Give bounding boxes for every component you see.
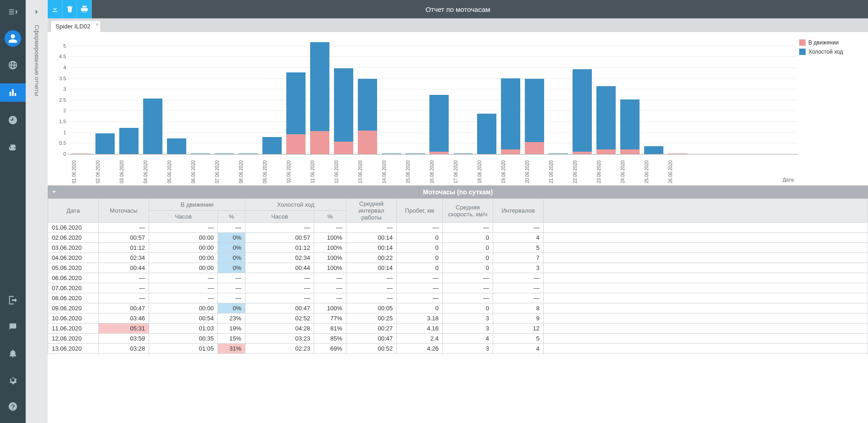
bar-column[interactable] xyxy=(310,42,329,154)
nav-logout[interactable] xyxy=(5,292,21,308)
bar-column[interactable] xyxy=(358,79,377,154)
th-date[interactable]: Дата xyxy=(48,199,99,223)
message-icon xyxy=(8,322,18,332)
x-tick: 20.06.2020 xyxy=(525,156,544,183)
table-row[interactable]: 10.06.202003:4600:5423%02:5277%00:253.18… xyxy=(48,313,868,324)
bar-column[interactable] xyxy=(668,154,687,154)
legend-idle: Холостой ход xyxy=(799,49,860,55)
nav-globe[interactable] xyxy=(5,57,21,73)
tab-label: Spider ILD02 xyxy=(56,23,90,30)
x-tick: 05.06.2020 xyxy=(167,156,186,183)
legend-moving: В движении xyxy=(799,39,860,46)
bar-column[interactable] xyxy=(72,154,91,154)
nav-history[interactable] xyxy=(5,112,21,128)
y-tick: 4.5 xyxy=(55,54,66,59)
nav-settings[interactable] xyxy=(5,372,21,388)
table-row[interactable]: 01.06.2020————————— xyxy=(48,223,868,233)
chart-legend: В движении Холостой ход xyxy=(797,35,862,182)
nav-messages[interactable] xyxy=(5,319,21,335)
delete-button[interactable] xyxy=(62,0,77,18)
x-tick: 21.06.2020 xyxy=(549,156,568,183)
nav-user[interactable] xyxy=(5,30,21,47)
x-tick: 07.06.2020 xyxy=(215,156,234,183)
x-tick: 23.06.2020 xyxy=(596,156,616,183)
bar-column[interactable] xyxy=(573,69,592,154)
table-row[interactable]: 03.06.202001:1200:000%01:12100%00:14005 xyxy=(48,243,868,253)
report-title: Отчет по моточасам xyxy=(425,5,490,13)
th-idle-pct[interactable]: % xyxy=(314,211,346,223)
bar-column[interactable] xyxy=(620,99,640,154)
tab-spider[interactable]: Spider ILD02 × xyxy=(50,20,101,32)
table-row[interactable]: 12.06.202003:5900:3515%03:2385%00:472.44… xyxy=(48,334,868,344)
print-button[interactable] xyxy=(77,0,92,18)
table-row[interactable]: 13.06.202003:2801:0531%02:2369%00:524.26… xyxy=(48,344,868,354)
th-idle-hours[interactable]: Часов xyxy=(245,211,314,223)
x-tick: 18.06.2020 xyxy=(477,156,496,183)
legend-swatch-blue xyxy=(799,49,806,55)
th-avg-speed[interactable]: Средняя скорость, км/ч xyxy=(443,199,493,223)
bar-column[interactable] xyxy=(644,146,663,154)
x-tick: 15.06.2020 xyxy=(406,156,425,183)
th-moving-hours[interactable]: Часов xyxy=(149,211,218,223)
bar-column[interactable] xyxy=(95,133,115,154)
bar-column[interactable] xyxy=(477,114,496,154)
x-tick: 09.06.2020 xyxy=(262,156,282,183)
expand-panel-button[interactable] xyxy=(28,4,45,20)
table-row[interactable]: 06.06.2020————————— xyxy=(48,273,868,283)
th-avg-interval[interactable]: Средний интервал работы xyxy=(346,199,397,223)
table-row[interactable]: 04.06.202002:3400:000%02:34100%00:22007 xyxy=(48,253,868,263)
panel-label: Сформированные отчеты xyxy=(33,25,40,96)
bar-column[interactable] xyxy=(382,154,401,154)
nav-help[interactable] xyxy=(5,398,21,415)
y-tick: 2.5 xyxy=(55,97,66,103)
bar-column[interactable] xyxy=(286,72,306,154)
y-tick: 3.5 xyxy=(55,76,66,81)
bar-column[interactable] xyxy=(429,95,449,154)
bar-column[interactable] xyxy=(262,137,282,154)
table-row[interactable]: 08.06.2020————————— xyxy=(48,293,868,303)
nav-vehicle[interactable] xyxy=(5,138,21,155)
bar-column[interactable] xyxy=(167,138,186,154)
bar-column[interactable] xyxy=(525,79,544,154)
table-container[interactable]: Дата Моточасы В движении Холостой ход Ср… xyxy=(48,198,868,423)
logout-icon xyxy=(8,295,18,305)
th-idle[interactable]: Холостой ход xyxy=(245,199,346,211)
close-icon[interactable]: × xyxy=(95,22,98,27)
x-tick: 25.06.2020 xyxy=(644,156,663,183)
bar-column[interactable] xyxy=(549,154,568,154)
x-tick: 19.06.2020 xyxy=(501,156,520,183)
tabstrip: Spider ILD02 × xyxy=(48,18,868,32)
nav-reports[interactable] xyxy=(0,83,26,102)
y-tick: 2 xyxy=(55,108,66,113)
table-row[interactable]: 11.06.202005:3101:0319%04:2881%00:274.16… xyxy=(48,324,868,334)
table-row[interactable]: 09.06.202000:4700:000%00:47100%00:05008 xyxy=(48,303,868,313)
bar-column[interactable] xyxy=(191,154,210,154)
gear-icon xyxy=(8,375,18,385)
collapse-section-button[interactable] xyxy=(48,188,61,196)
table-row[interactable]: 02.06.202000:5700:000%00:57100%00:14004 xyxy=(48,233,868,243)
x-tick: 02.06.2020 xyxy=(95,156,115,183)
bar-column[interactable] xyxy=(501,78,520,154)
help-icon xyxy=(8,401,18,412)
download-button[interactable] xyxy=(48,0,62,18)
th-intervals[interactable]: Интервалов xyxy=(493,199,544,223)
bar-column[interactable] xyxy=(334,68,353,154)
bar-column[interactable] xyxy=(239,154,258,154)
bar-column[interactable] xyxy=(143,99,162,154)
bar-column[interactable] xyxy=(215,154,234,154)
table-row[interactable]: 07.06.2020————————— xyxy=(48,283,868,293)
th-mileage[interactable]: Пробег, км xyxy=(397,199,443,223)
y-tick: 1.5 xyxy=(55,119,66,124)
th-moving-pct[interactable]: % xyxy=(218,211,245,223)
th-engine[interactable]: Моточасы xyxy=(99,199,149,223)
nav-notifications[interactable] xyxy=(5,345,21,362)
chart-plot: 00.511.522.533.544.55 01.06.202002.06.20… xyxy=(54,35,797,182)
table-row[interactable]: 05.06.202000:4400:000%00:44100%00:14003 xyxy=(48,263,868,273)
menu-toggle[interactable] xyxy=(5,4,21,20)
th-moving[interactable]: В движении xyxy=(149,199,245,211)
bar-column[interactable] xyxy=(119,128,139,154)
y-tick: 1 xyxy=(55,130,66,135)
bar-column[interactable] xyxy=(453,154,473,154)
bar-column[interactable] xyxy=(406,154,425,154)
bar-column[interactable] xyxy=(596,86,616,154)
